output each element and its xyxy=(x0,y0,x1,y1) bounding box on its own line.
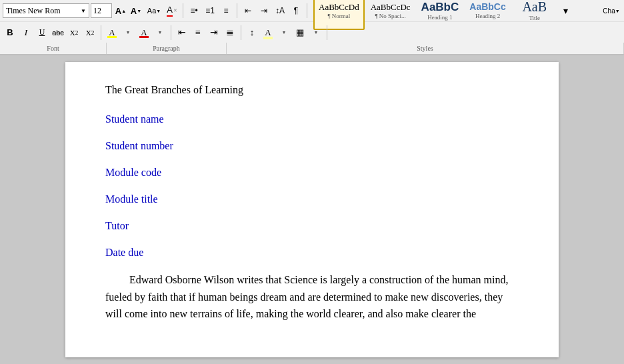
font-color-button[interactable]: A xyxy=(137,25,151,40)
style-h2-label: Heading 2 xyxy=(475,13,500,19)
font-name-dropdown-icon[interactable]: ▼ xyxy=(81,8,86,14)
styles-area: AaBbCcDd ¶ Normal AaBbCcDc ¶ No Spaci...… xyxy=(313,0,600,30)
separator7 xyxy=(327,25,327,40)
increase-indent-button[interactable]: ⇥ xyxy=(257,3,271,18)
shading-button[interactable]: A xyxy=(261,25,275,40)
strikethrough-button[interactable]: abc xyxy=(51,25,65,40)
text-highlight-button[interactable]: A xyxy=(105,25,119,40)
change-styles-button[interactable]: Cha▼ xyxy=(601,3,621,18)
styles-more-button[interactable]: ▾ xyxy=(559,3,573,18)
style-nospace-preview: AaBbCcDc xyxy=(371,3,411,11)
separator1 xyxy=(183,3,183,18)
separator4 xyxy=(101,25,101,40)
body-paragraph: Edward Osborne Wilson writes that Scienc… xyxy=(105,271,519,323)
font-name-box[interactable]: Times New Rom ▼ xyxy=(3,3,89,18)
grow-font-button[interactable]: A▲ xyxy=(113,3,128,18)
borders-button[interactable]: ▦ xyxy=(293,25,307,40)
document-area: The Great Branches of Learning Student n… xyxy=(0,55,624,364)
field-tutor: Tutor xyxy=(105,218,519,234)
separator6 xyxy=(241,25,241,40)
numbering-button[interactable]: ≡1 xyxy=(203,3,217,18)
style-title-preview: AaB xyxy=(522,0,547,13)
font-size-buttons: A▲ A▼ xyxy=(113,3,143,18)
toolbar-row1: Times New Rom ▼ 12 A▲ A▼ Aa▼ A ✕ ≡• ≡1 ≡… xyxy=(0,0,624,21)
subscript-button[interactable]: X2 xyxy=(67,25,81,40)
style-normal-label: ¶ Normal xyxy=(327,13,350,19)
align-left-button[interactable]: ⇤ xyxy=(175,25,189,40)
italic-button[interactable]: I xyxy=(19,25,33,40)
separator5 xyxy=(171,25,171,40)
section-labels: Font Paragraph Styles xyxy=(0,43,624,55)
style-h1-preview: AaBbC xyxy=(421,1,459,13)
paragraph-section-label: Paragraph xyxy=(107,43,227,54)
field-student-name: Student name xyxy=(105,111,519,127)
justify-button[interactable]: ≣ xyxy=(223,25,237,40)
bullets-button[interactable]: ≡• xyxy=(187,3,201,18)
line-spacing-button[interactable]: ↕ xyxy=(245,25,259,40)
style-heading1[interactable]: AaBbC Heading 1 xyxy=(417,0,464,30)
bold-button[interactable]: B xyxy=(3,25,17,40)
align-right-button[interactable]: ⇥ xyxy=(207,25,221,40)
font-color-indicator xyxy=(139,36,149,38)
shading-dropdown[interactable]: ▼ xyxy=(277,25,291,40)
style-nospace-label: ¶ No Spaci... xyxy=(375,13,405,19)
field-student-number: Student number xyxy=(105,138,519,154)
field-date-due: Date due xyxy=(105,245,519,261)
highlight-color-indicator xyxy=(107,36,117,38)
superscript-button[interactable]: X2 xyxy=(83,25,97,40)
font-section-label: Font xyxy=(0,43,107,54)
clear-formatting-button[interactable]: A ✕ xyxy=(165,3,179,18)
field-module-title: Module title xyxy=(105,191,519,207)
borders-dropdown[interactable]: ▼ xyxy=(309,25,323,40)
styles-section-label: Styles xyxy=(227,43,624,54)
style-h1-label: Heading 1 xyxy=(427,14,452,21)
decrease-indent-button[interactable]: ⇤ xyxy=(241,3,255,18)
page: The Great Branches of Learning Student n… xyxy=(65,62,559,357)
separator3 xyxy=(307,3,307,18)
change-case-button[interactable]: Aa▼ xyxy=(145,3,163,18)
underline-button[interactable]: U xyxy=(35,25,49,40)
style-title[interactable]: AaB Title xyxy=(512,0,557,30)
style-title-label: Title xyxy=(529,15,540,21)
font-name-text: Times New Rom xyxy=(6,6,61,16)
sort-button[interactable]: ↕A xyxy=(273,3,287,18)
page-title: The Great Branches of Learning xyxy=(105,82,519,98)
style-normal-preview: AaBbCcDd xyxy=(319,3,359,11)
style-h2-preview: AaBbCc xyxy=(469,2,505,11)
font-size-box[interactable]: 12 xyxy=(91,3,112,18)
font-size-text: 12 xyxy=(93,6,101,16)
align-center-button[interactable]: ≡ xyxy=(191,25,205,40)
font-color-dropdown[interactable]: ▼ xyxy=(153,25,167,40)
highlight-dropdown[interactable]: ▼ xyxy=(121,25,135,40)
style-no-spacing[interactable]: AaBbCcDc ¶ No Spaci... xyxy=(366,0,415,30)
separator2 xyxy=(237,3,237,18)
style-heading2[interactable]: AaBbCc Heading 2 xyxy=(465,0,510,30)
field-module-code: Module code xyxy=(105,165,519,181)
show-formatting-button[interactable]: ¶ xyxy=(289,3,303,18)
multilevel-list-button[interactable]: ≡ xyxy=(219,3,233,18)
shrink-font-button[interactable]: A▼ xyxy=(129,3,143,18)
